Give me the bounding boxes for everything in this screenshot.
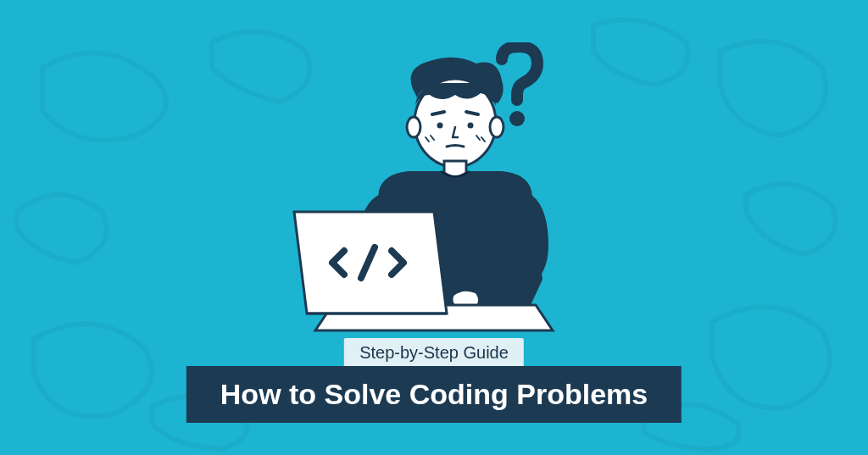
svg-point-2 [407,117,420,137]
svg-point-4 [437,123,443,129]
svg-point-5 [468,123,474,129]
title-container: Step-by-Step Guide How to Solve Coding P… [186,338,682,423]
subtitle-badge: Step-by-Step Guide [344,338,524,368]
svg-point-3 [490,117,504,137]
svg-point-0 [509,111,525,126]
main-title: How to Solve Coding Problems [186,366,682,423]
person-laptop-illustration [264,42,604,347]
question-mark-icon [502,47,537,126]
